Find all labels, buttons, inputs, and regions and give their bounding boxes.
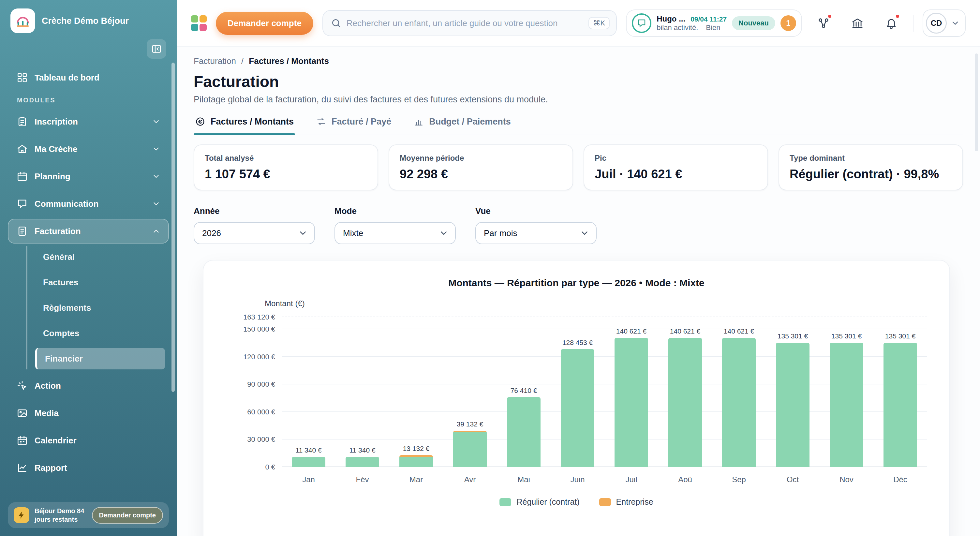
breadcrumb: Facturation / Factures / Montants [194,56,963,66]
bar [507,397,540,467]
sidebar-collapse-button[interactable] [147,39,166,59]
view-select[interactable]: Par mois [475,222,597,244]
user-menu[interactable]: CD [923,10,966,37]
trial-remaining-text: Béjour Demo 84 jours restants [35,507,87,523]
stat-card-total: Total analysé 1 107 574 € [194,145,378,191]
sidebar-section-modules: MODULES [17,97,160,104]
stat-label: Type dominant [790,154,952,163]
filter-annee: Année 2026 [194,206,315,244]
euro-coin-icon [195,116,205,127]
request-account-button[interactable]: Demander compte [216,12,313,35]
sidebar-subitem-general[interactable]: Général [35,246,165,268]
tab-label: Facturé / Payé [332,117,391,127]
tab-budget-paiements[interactable]: Budget / Paiements [412,115,512,135]
legend-swatch [500,498,511,506]
stat-value: 1 107 574 € [205,167,367,181]
sidebar-subitem-comptes[interactable]: Comptes [35,323,165,344]
tab-facture-paye[interactable]: Facturé / Payé [315,115,393,135]
chevron-down-icon [152,172,161,181]
bar-value-label: 39 132 € [457,420,484,428]
main-area: Demander compte ⌘K Hugo ... 09/04 11:27 [177,0,980,536]
y-tick-label: 163 120 € [243,313,275,321]
stat-card-moyenne: Moyenne période 92 298 € [388,145,573,191]
dashboard-grid-icon [16,72,28,83]
topbar: Demander compte ⌘K Hugo ... 09/04 11:27 [177,0,980,47]
year-select[interactable]: 2026 [194,222,315,244]
chevron-down-icon [152,145,161,153]
sidebar-subitem-factures[interactable]: Factures [35,272,165,293]
organization-button[interactable] [845,11,870,35]
tab-factures-montants[interactable]: Factures / Montants [194,115,295,135]
filter-label: Vue [475,206,597,216]
notification-dot [894,13,900,19]
facturation-submenu: Général Factures Règlements Comptes Fina… [26,246,165,369]
notification-dot [827,13,833,19]
stat-card-pic: Pic Juil · 140 621 € [584,145,768,191]
sidebar-item-facturation[interactable]: Facturation [8,219,169,243]
y-tick-label: 0 € [265,463,275,471]
stat-value: Juil · 140 621 € [595,167,757,181]
select-value: Mixte [343,228,363,239]
page-scrollbar[interactable] [975,54,978,151]
bar [561,349,594,467]
bar-segment-regulier [292,457,325,467]
bar-column: 11 340 €Fév [336,317,389,467]
tab-label: Factures / Montants [211,117,294,127]
bar-segment-regulier [776,343,809,467]
mode-select[interactable]: Mixte [334,222,456,244]
bar-value-label: 135 301 € [831,332,862,340]
sidebar-item-action[interactable]: Action [8,373,169,398]
bar-value-label: 135 301 € [885,332,915,340]
search-input[interactable] [347,18,584,29]
notifications-button[interactable] [879,11,904,35]
workflow-button[interactable] [811,11,836,35]
message-preview-widget[interactable]: Hugo ... 09/04 11:27 bilan activité. Bie… [626,10,802,37]
communication-chat-icon [16,198,28,209]
swap-arrows-icon [316,116,326,127]
x-tick-label: Sep [732,475,746,484]
legend-item: Régulier (contrat) [500,497,579,507]
sidebar-item-ma-creche[interactable]: Ma Crèche [8,137,169,161]
bar [345,457,379,467]
page-subtitle: Pilotage global de la facturation, du su… [194,95,963,105]
x-tick-label: Déc [893,475,907,484]
sidebar-scrollbar[interactable] [172,63,175,392]
select-value: Par mois [484,228,517,239]
chevron-up-icon [152,227,161,235]
sidebar-subitem-reglements[interactable]: Règlements [35,297,165,318]
sidebar-item-label: Tableau de bord [35,73,161,83]
filter-label: Année [194,206,315,216]
sidebar-item-communication[interactable]: Communication [8,191,169,216]
stat-card-type-dominant: Type dominant Régulier (contrat) · 99,8% [778,145,963,191]
sidebar-item-dashboard[interactable]: Tableau de bord [8,65,169,90]
chevron-down-icon [951,19,960,28]
x-tick-label: Aoû [678,475,692,484]
subitem-label: Financier [45,354,83,364]
bar [776,343,809,467]
request-account-button-sidebar[interactable]: Demander compte [92,507,163,523]
breadcrumb-separator: / [241,56,243,66]
keyboard-shortcut-badge: ⌘K [589,17,610,29]
y-tick-label: 90 000 € [247,380,275,389]
bar [883,343,917,467]
sidebar-subitem-financier[interactable]: Financier [35,348,165,369]
y-tick-label: 60 000 € [247,408,275,416]
trial-warning-icon [14,507,29,523]
bar-value-label: 76 410 € [511,386,537,394]
sidebar-item-rapport[interactable]: Rapport [8,455,169,480]
sidebar-item-media[interactable]: Media [8,401,169,425]
bar-segment-regulier [507,397,540,467]
brand-logo-icon [191,15,207,31]
legend-item: Entreprise [599,497,653,507]
sidebar-item-calendrier[interactable]: Calendrier [8,428,169,453]
sidebar-item-planning[interactable]: Planning [8,164,169,189]
sidebar-item-inscription[interactable]: Inscription [8,109,169,134]
legend-label: Régulier (contrat) [516,497,579,507]
bar [292,457,325,467]
filter-mode: Mode Mixte [334,206,456,244]
x-tick-label: Juil [625,475,637,484]
header-divider [913,15,913,32]
bar-column: 140 621 €Juil [605,317,658,467]
breadcrumb-parent[interactable]: Facturation [194,56,236,66]
filter-vue: Vue Par mois [475,206,597,244]
